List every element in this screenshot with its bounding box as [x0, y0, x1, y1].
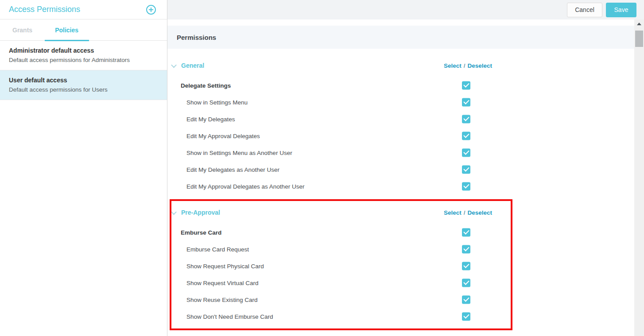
permission-label: Edit My Approval Delegates as Another Us…	[167, 183, 304, 190]
section-general: GeneralSelect/DeselectDelegate SettingsS…	[167, 58, 634, 195]
permission-row: Show Don't Need Emburse Card	[167, 308, 634, 325]
checkbox-checked[interactable]	[462, 115, 470, 124]
chevron-down-icon[interactable]	[171, 62, 177, 68]
permission-label: Emburse Card	[167, 229, 221, 236]
triangle-up-icon	[637, 23, 641, 25]
permission-row: Emburse Card	[167, 224, 634, 241]
separator: /	[462, 209, 468, 216]
select-all-link[interactable]: Select	[444, 62, 462, 69]
tab-grants[interactable]: Grants	[12, 19, 32, 41]
select-all-link[interactable]: Select	[444, 209, 462, 216]
permission-label: Show Reuse Existing Card	[167, 297, 258, 303]
checkbox-checked[interactable]	[462, 166, 470, 174]
policy-title: Administrator default access	[9, 47, 158, 54]
permission-row: Show Request Physical Card	[167, 258, 634, 274]
action-toolbar: Cancel Save	[167, 0, 644, 19]
checkbox-checked[interactable]	[462, 279, 470, 287]
permissions-header-band: Permissions	[167, 26, 634, 49]
permissions-content: Permissions GeneralSelect/DeselectDelega…	[167, 19, 634, 336]
scrollbar-thumb[interactable]	[635, 31, 643, 47]
checkbox-checked[interactable]	[462, 98, 470, 107]
permission-label: Show Don't Need Emburse Card	[167, 313, 273, 320]
permission-row: Edit My Delegates as Another User	[167, 161, 634, 178]
permission-row: Edit My Delegates	[167, 111, 634, 127]
permission-row: Edit My Approval Delegates as Another Us…	[167, 178, 634, 195]
checkbox-checked[interactable]	[462, 228, 470, 237]
tab-policies[interactable]: Policies	[55, 19, 78, 41]
separator: /	[462, 62, 468, 69]
permission-label: Show in Settings Menu	[167, 99, 248, 106]
permission-row: Edit My Approval Delegates	[167, 127, 634, 144]
plus-circle-icon	[146, 5, 156, 15]
sidebar: Access Permissions Grants Policies Admin…	[0, 0, 167, 336]
permission-label: Edit My Approval Delegates	[167, 133, 260, 139]
checkbox-checked[interactable]	[462, 149, 470, 157]
chevron-down-icon[interactable]	[171, 209, 177, 215]
permission-row: Show in Settings Menu	[167, 94, 634, 111]
deselect-all-link[interactable]: Deselect	[468, 62, 493, 69]
checkbox-checked[interactable]	[462, 245, 470, 254]
sections: GeneralSelect/DeselectDelegate SettingsS…	[167, 58, 634, 325]
checkbox-checked[interactable]	[462, 296, 470, 304]
checkbox-checked[interactable]	[462, 132, 470, 140]
policy-description: Default access permissions for Users	[9, 86, 158, 93]
scroll-up-button[interactable]	[634, 19, 644, 28]
permission-label: Emburse Card Request	[167, 246, 249, 253]
bulk-select-links: Select/Deselect	[444, 209, 492, 216]
permission-label: Show in Settings Menu as Another User	[167, 150, 292, 156]
section-title[interactable]: Pre-Approval	[181, 209, 220, 216]
section-title[interactable]: General	[181, 62, 204, 69]
permission-row: Emburse Card Request	[167, 241, 634, 258]
permission-label: Delegate Settings	[167, 82, 231, 89]
permission-label: Edit My Delegates as Another User	[167, 166, 279, 173]
policy-title: User default access	[9, 77, 158, 84]
policy-description: Default access permissions for Administr…	[9, 57, 158, 63]
policy-list: Administrator default access Default acc…	[0, 41, 167, 100]
deselect-all-link[interactable]: Deselect	[468, 209, 493, 216]
permission-label: Show Request Virtual Card	[167, 280, 259, 286]
section-header: GeneralSelect/Deselect	[167, 58, 634, 73]
cancel-button[interactable]: Cancel	[567, 3, 602, 17]
permission-label: Edit My Delegates	[167, 116, 235, 123]
main-panel: Cancel Save Permissions GeneralSelect/De…	[167, 0, 644, 336]
add-policy-button[interactable]	[146, 5, 156, 15]
page-title: Permissions	[177, 34, 216, 41]
permission-row: Delegate Settings	[167, 77, 634, 94]
permission-row: Show Reuse Existing Card	[167, 291, 634, 308]
save-button[interactable]: Save	[606, 3, 636, 17]
policy-item-administrator[interactable]: Administrator default access Default acc…	[0, 41, 167, 70]
section-pre-approval: Pre-ApprovalSelect/DeselectEmburse CardE…	[167, 205, 634, 325]
policy-item-user[interactable]: User default access Default access permi…	[0, 70, 167, 100]
permission-rows: Emburse CardEmburse Card RequestShow Req…	[167, 224, 634, 325]
bulk-select-links: Select/Deselect	[444, 62, 492, 69]
sidebar-header: Access Permissions	[0, 0, 167, 19]
permission-row: Show Request Virtual Card	[167, 274, 634, 291]
sidebar-title: Access Permissions	[9, 5, 80, 14]
permission-row: Show in Settings Menu as Another User	[167, 144, 634, 161]
checkbox-checked[interactable]	[462, 262, 470, 270]
checkbox-checked[interactable]	[462, 81, 470, 90]
permission-rows: Delegate SettingsShow in Settings MenuEd…	[167, 77, 634, 195]
scrollbar[interactable]	[634, 19, 644, 336]
checkbox-checked[interactable]	[462, 313, 470, 321]
section-header: Pre-ApprovalSelect/Deselect	[167, 205, 634, 220]
sidebar-tabs: Grants Policies	[0, 19, 167, 41]
checkbox-checked[interactable]	[462, 182, 470, 191]
permission-label: Show Request Physical Card	[167, 263, 264, 270]
